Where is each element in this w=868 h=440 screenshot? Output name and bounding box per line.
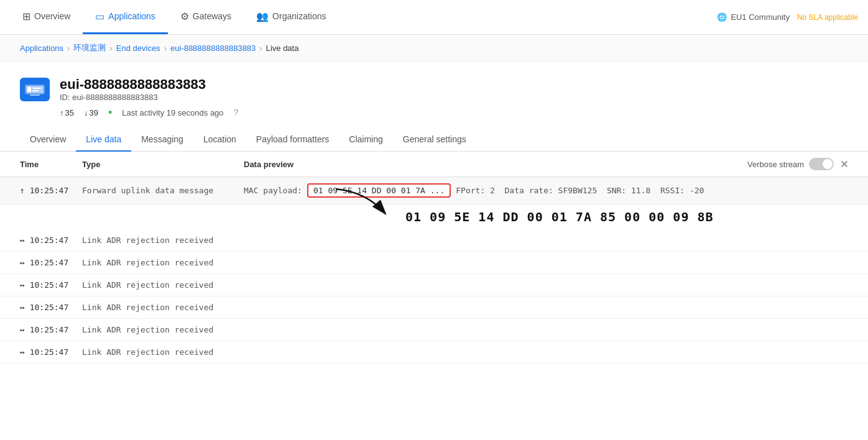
nav-gateways[interactable]: ⚙ Gateways xyxy=(168,0,244,34)
breadcrumb-applications[interactable]: Applications xyxy=(20,44,63,53)
stat-down: ↓ 39 xyxy=(84,108,98,117)
nav-organizations[interactable]: 👥 Organizations xyxy=(244,0,338,34)
device-tabs: Overview Live data Messaging Location Pa… xyxy=(0,128,868,152)
breadcrumb-sep-2: › xyxy=(109,44,112,53)
verbose-label: Verbose stream xyxy=(747,160,804,169)
device-header: eui-8888888888883883 ID: eui-88888888888… xyxy=(0,62,868,118)
organizations-icon: 👥 xyxy=(256,11,269,22)
tab-overview[interactable]: Overview xyxy=(20,128,76,152)
nav-overview[interactable]: ⊞ Overview xyxy=(10,0,83,34)
svg-rect-5 xyxy=(30,94,40,96)
table-row[interactable]: ↑ 10:25:47 Forward uplink data message M… xyxy=(0,177,868,204)
device-id: ID: eui-8888888888883883 xyxy=(60,93,206,102)
callout-text-container: 01 09 5E 14 DD 00 01 7A 85 00 00 09 8B xyxy=(405,209,714,224)
activity-dot: • xyxy=(108,107,112,118)
table-row[interactable]: ↔ 10:25:47 Link ADR rejection received xyxy=(0,274,868,296)
callout-row: 01 09 5E 14 DD 00 01 7A 85 00 00 09 8B xyxy=(0,204,868,229)
tab-payload-formatters[interactable]: Payload formatters xyxy=(246,128,339,152)
overview-icon: ⊞ xyxy=(22,11,30,22)
nav-applications[interactable]: ▭ Applications xyxy=(83,0,168,34)
row-time: ↔ 10:25:47 xyxy=(20,303,82,312)
callout-arrow-svg xyxy=(274,186,398,220)
breadcrumb-current: Live data xyxy=(266,44,299,53)
svg-rect-4 xyxy=(32,90,39,91)
col-type-header: Type xyxy=(82,160,244,169)
close-icon[interactable]: ✕ xyxy=(840,158,848,170)
row-type: Link ADR rejection received xyxy=(82,347,244,357)
stat-up: ↑ 35 xyxy=(60,108,74,117)
table-row[interactable]: ↔ 10:25:47 Link ADR rejection received xyxy=(0,296,868,319)
breadcrumb-sep-3: › xyxy=(164,44,167,53)
row-type: Link ADR rejection received xyxy=(82,303,244,312)
tab-live-data[interactable]: Live data xyxy=(76,128,131,152)
row-time: ↔ 10:25:47 xyxy=(20,258,82,267)
device-name: eui-8888888888883883 xyxy=(60,76,206,93)
device-title-row: eui-8888888888883883 ID: eui-88888888888… xyxy=(20,76,848,102)
table-row[interactable]: ↔ 10:25:47 Link ADR rejection received xyxy=(0,341,868,364)
applications-icon: ▭ xyxy=(95,11,104,22)
breadcrumb-sep-1: › xyxy=(67,44,70,53)
nav-region: 🌐 EU1 Community No SLA applicable xyxy=(717,0,858,34)
svg-rect-3 xyxy=(32,88,41,89)
tab-location[interactable]: Location xyxy=(193,128,246,152)
breadcrumb-sep-4: › xyxy=(259,44,262,53)
row-time: ↑ 10:25:47 xyxy=(20,186,82,195)
fport-data: FPort: 2 Data rate: SF9BW125 SNR: 11.8 R… xyxy=(456,186,704,195)
row-type: Link ADR rejection received xyxy=(82,236,244,245)
device-icon xyxy=(20,78,50,101)
device-stats: ↑ 35 ↓ 39 • Last activity 19 seconds ago… xyxy=(20,107,848,118)
table-row[interactable]: ↔ 10:25:47 Link ADR rejection received xyxy=(0,229,868,252)
row-time: ↔ 10:25:47 xyxy=(20,280,82,290)
breadcrumb-app[interactable]: 环境监测 xyxy=(73,42,106,53)
col-data-header: Data preview xyxy=(244,160,747,169)
col-actions: Verbose stream ✕ xyxy=(747,158,848,170)
row-time: ↔ 10:25:47 xyxy=(20,325,82,334)
breadcrumb-end-devices[interactable]: End devices xyxy=(116,44,160,53)
tab-general-settings[interactable]: General settings xyxy=(393,128,476,152)
row-time: ↔ 10:25:47 xyxy=(20,236,82,245)
help-icon[interactable]: ? xyxy=(234,108,239,117)
svg-rect-2 xyxy=(27,87,31,92)
tab-messaging[interactable]: Messaging xyxy=(131,128,193,152)
row-type: Link ADR rejection received xyxy=(82,325,244,334)
table-row[interactable]: ↔ 10:25:47 Link ADR rejection received xyxy=(0,319,868,341)
row-time: ↔ 10:25:47 xyxy=(20,347,82,357)
top-navigation: ⊞ Overview ▭ Applications ⚙ Gateways 👥 O… xyxy=(0,0,868,35)
row-type: Link ADR rejection received xyxy=(82,258,244,267)
breadcrumb-device-id[interactable]: eui-8888888888883883 xyxy=(170,44,256,53)
activity-text: Last activity 19 seconds ago xyxy=(122,108,223,117)
table-header: Time Type Data preview Verbose stream ✕ xyxy=(0,152,868,177)
table-row[interactable]: ↔ 10:25:47 Link ADR rejection received xyxy=(0,252,868,274)
callout-text: 01 09 5E 14 DD 00 01 7A 85 00 00 09 8B xyxy=(405,209,714,224)
globe-icon: 🌐 xyxy=(717,12,727,22)
tab-claiming[interactable]: Claiming xyxy=(339,128,392,152)
verbose-toggle[interactable] xyxy=(809,158,834,170)
row-type: Forward uplink data message xyxy=(82,186,244,195)
row-type: Link ADR rejection received xyxy=(82,280,244,290)
breadcrumb: Applications › 环境监测 › End devices › eui-… xyxy=(0,35,868,62)
gateways-icon: ⚙ xyxy=(180,11,189,22)
col-time-header: Time xyxy=(20,160,82,169)
